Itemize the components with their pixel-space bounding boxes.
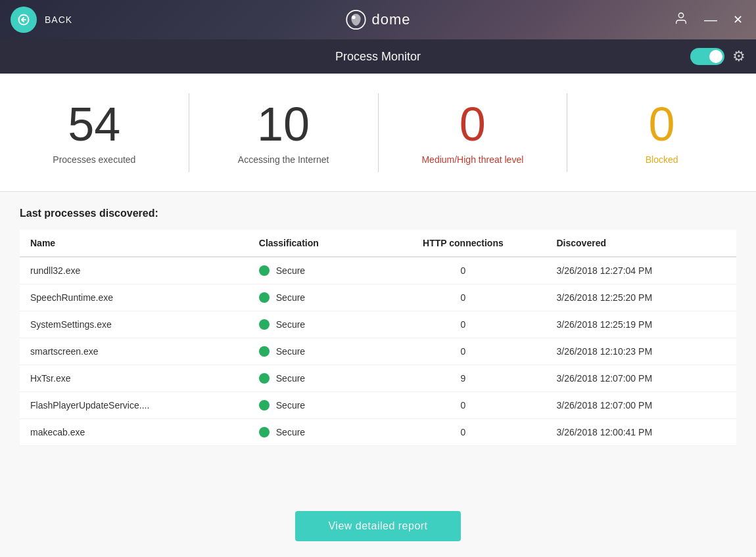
process-name: SystemSettings.exe bbox=[20, 311, 248, 338]
titlebar-right: — ✕ bbox=[671, 9, 745, 31]
http-connections: 0 bbox=[380, 257, 546, 284]
stat-internet-access: 10 Accessing the Internet bbox=[189, 93, 379, 172]
logo-icon bbox=[345, 9, 366, 30]
discovered-timestamp: 3/26/2018 12:00:41 PM bbox=[546, 419, 736, 446]
classification-label: Secure bbox=[276, 292, 305, 303]
http-connections: 0 bbox=[380, 392, 546, 419]
footer-area: View detailed report bbox=[0, 495, 756, 557]
stats-section: 54 Processes executed 10 Accessing the I… bbox=[0, 74, 756, 192]
section-title: Last processes discovered: bbox=[20, 208, 736, 219]
table-row[interactable]: SystemSettings.exeSecure03/26/2018 12:25… bbox=[20, 311, 736, 338]
stat-number-internet: 10 bbox=[257, 100, 310, 148]
subheader-controls: ⚙ bbox=[690, 48, 745, 65]
classification-label: Secure bbox=[276, 427, 305, 437]
table-row[interactable]: rundll32.exeSecure03/26/2018 12:27:04 PM bbox=[20, 257, 736, 284]
discovered-timestamp: 3/26/2018 12:07:00 PM bbox=[546, 392, 736, 419]
titlebar-left: BACK bbox=[11, 7, 72, 33]
secure-dot-icon bbox=[259, 292, 270, 303]
content-area: Last processes discovered: Name Classifi… bbox=[0, 192, 756, 495]
http-connections: 0 bbox=[380, 338, 546, 365]
process-name: smartscreen.exe bbox=[20, 338, 248, 365]
table-row[interactable]: makecab.exeSecure03/26/2018 12:00:41 PM bbox=[20, 419, 736, 446]
table-body: rundll32.exeSecure03/26/2018 12:27:04 PM… bbox=[20, 257, 736, 446]
process-classification: Secure bbox=[248, 284, 381, 311]
stat-threat-level: 0 Medium/High threat level bbox=[379, 93, 568, 172]
secure-dot-icon bbox=[259, 373, 270, 384]
http-connections: 0 bbox=[380, 284, 546, 311]
discovered-timestamp: 3/26/2018 12:07:00 PM bbox=[546, 365, 736, 392]
secure-dot-icon bbox=[259, 265, 270, 276]
process-classification: Secure bbox=[248, 392, 381, 419]
process-classification: Secure bbox=[248, 419, 381, 446]
col-header-http: HTTP connections bbox=[380, 230, 546, 257]
process-name: rundll32.exe bbox=[20, 257, 248, 284]
minimize-button[interactable]: — bbox=[701, 11, 720, 29]
classification-label: Secure bbox=[276, 373, 305, 384]
stat-label-internet: Accessing the Internet bbox=[238, 154, 329, 165]
back-button[interactable] bbox=[11, 7, 37, 33]
table-row[interactable]: smartscreen.exeSecure03/26/2018 12:10:23… bbox=[20, 338, 736, 365]
discovered-timestamp: 3/26/2018 12:25:19 PM bbox=[546, 311, 736, 338]
titlebar: BACK dome — ✕ bbox=[0, 0, 756, 39]
view-report-button[interactable]: View detailed report bbox=[295, 511, 460, 541]
process-name: SpeechRuntime.exe bbox=[20, 284, 248, 311]
svg-point-3 bbox=[352, 16, 355, 19]
process-name: makecab.exe bbox=[20, 419, 248, 446]
table-header: Name Classification HTTP connections Dis… bbox=[20, 230, 736, 257]
classification-label: Secure bbox=[276, 400, 305, 411]
stat-number-threat: 0 bbox=[460, 100, 486, 148]
user-icon[interactable] bbox=[671, 9, 691, 31]
stat-label-threat: Medium/High threat level bbox=[421, 154, 523, 165]
main-content: 54 Processes executed 10 Accessing the I… bbox=[0, 74, 756, 557]
settings-icon[interactable]: ⚙ bbox=[732, 48, 745, 65]
stat-blocked: 0 Blocked bbox=[567, 93, 756, 172]
http-connections: 0 bbox=[380, 311, 546, 338]
stat-processes-executed: 54 Processes executed bbox=[0, 93, 189, 172]
svg-point-4 bbox=[678, 13, 683, 18]
discovered-timestamp: 3/26/2018 12:10:23 PM bbox=[546, 338, 736, 365]
close-button[interactable]: ✕ bbox=[730, 10, 745, 30]
secure-dot-icon bbox=[259, 427, 270, 437]
process-monitor-toggle[interactable] bbox=[690, 48, 724, 65]
discovered-timestamp: 3/26/2018 12:25:20 PM bbox=[546, 284, 736, 311]
stat-number-blocked: 0 bbox=[649, 100, 675, 148]
classification-label: Secure bbox=[276, 319, 305, 330]
logo-text: dome bbox=[371, 11, 410, 28]
http-connections: 9 bbox=[380, 365, 546, 392]
logo-area: dome bbox=[345, 9, 410, 30]
secure-dot-icon bbox=[259, 319, 270, 330]
process-classification: Secure bbox=[248, 311, 381, 338]
stat-label-blocked: Blocked bbox=[646, 154, 678, 165]
table-row[interactable]: HxTsr.exeSecure93/26/2018 12:07:00 PM bbox=[20, 365, 736, 392]
stat-number-processes: 54 bbox=[68, 100, 120, 148]
process-table: Name Classification HTTP connections Dis… bbox=[20, 230, 736, 446]
classification-label: Secure bbox=[276, 346, 305, 357]
table-row[interactable]: SpeechRuntime.exeSecure03/26/2018 12:25:… bbox=[20, 284, 736, 311]
discovered-timestamp: 3/26/2018 12:27:04 PM bbox=[546, 257, 736, 284]
stat-label-processes: Processes executed bbox=[53, 154, 135, 165]
secure-dot-icon bbox=[259, 346, 270, 357]
col-header-discovered: Discovered bbox=[546, 230, 736, 257]
process-classification: Secure bbox=[248, 338, 381, 365]
col-header-classification: Classification bbox=[248, 230, 381, 257]
secure-dot-icon bbox=[259, 400, 270, 411]
process-name: FlashPlayerUpdateService.... bbox=[20, 392, 248, 419]
back-label: BACK bbox=[45, 14, 72, 25]
process-classification: Secure bbox=[248, 257, 381, 284]
classification-label: Secure bbox=[276, 265, 305, 276]
col-header-name: Name bbox=[20, 230, 248, 257]
page-title: Process Monitor bbox=[335, 50, 421, 64]
table-row[interactable]: FlashPlayerUpdateService....Secure03/26/… bbox=[20, 392, 736, 419]
process-classification: Secure bbox=[248, 365, 381, 392]
http-connections: 0 bbox=[380, 419, 546, 446]
subheader: Process Monitor ⚙ bbox=[0, 39, 756, 74]
process-name: HxTsr.exe bbox=[20, 365, 248, 392]
